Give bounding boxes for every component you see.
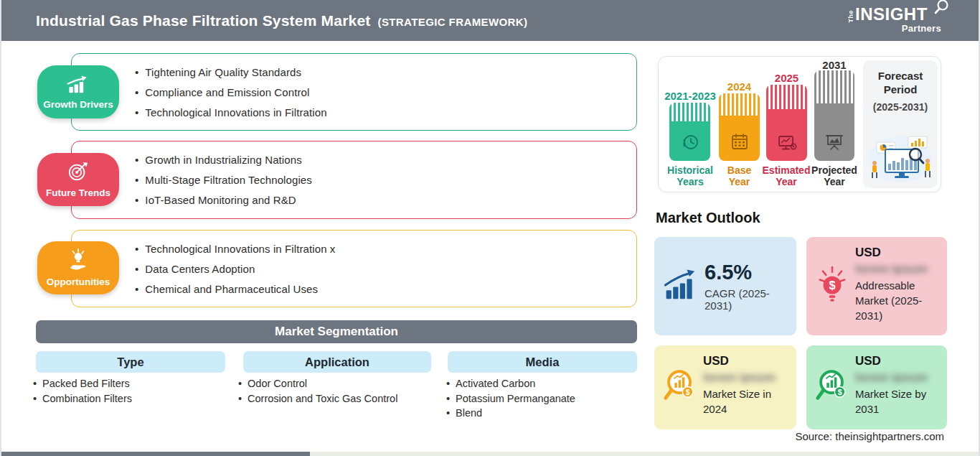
media-items: Activated Carbon Potassium Permanganate … (446, 376, 647, 421)
bar-stripes (766, 85, 807, 109)
bar-stripes (719, 93, 760, 116)
logo-the: The (848, 9, 854, 23)
list-item: Packed Bed Filters (33, 376, 234, 391)
column-label: Type (117, 355, 143, 369)
card-label: Market Size in 2024 (703, 386, 789, 417)
magnifier-chart-dollar-icon: $ (661, 367, 699, 417)
blurred-market-value: lorem ipsum (855, 262, 928, 276)
badge-label: Growth Drivers (43, 99, 113, 110)
bar-solid (766, 109, 807, 161)
bar-solid (814, 103, 854, 161)
segment-column-type: Type (36, 351, 225, 373)
infographic-root: Industrial Gas Phase Filtration System M… (0, 0, 980, 456)
forecast-title: Forecast Period (872, 69, 929, 96)
header: Industrial Gas Phase Filtration System M… (1, 0, 980, 41)
logo-partners: Partners (848, 23, 941, 34)
list-item: Combination Filters (33, 391, 234, 406)
column-label: Application (305, 355, 369, 369)
estimated-year-bar (766, 85, 807, 161)
list-item: Chemical and Pharmaceutical Uses (135, 283, 335, 295)
year-label: 2024 (719, 80, 760, 93)
year-label: 2021-2023 (659, 90, 722, 102)
segment-column-media: Media (448, 351, 637, 373)
bar-caption: Projected Year (809, 164, 859, 187)
svg-text:$: $ (838, 388, 842, 396)
badge-label: Opportunities (47, 276, 110, 287)
addressable-market-card: $ USD lorem ipsum Addressable Market (20… (806, 237, 947, 335)
svg-text:$: $ (686, 388, 690, 396)
year-label: 2031 (814, 59, 854, 71)
cagr-value: 6.5% (705, 261, 796, 284)
bar-stripes (814, 70, 854, 103)
bar-caption: Base Year (719, 164, 760, 187)
list-item: Corrosion and Toxic Gas Control (238, 391, 446, 406)
svg-text:$: $ (829, 279, 835, 292)
projection-screen-icon (824, 132, 844, 155)
list-item: Activated Carbon (446, 376, 647, 391)
opportunities-box: Technological Innovations in Filtration … (71, 230, 637, 307)
insight-partners-logo: The INSIGHT Partners (848, 6, 941, 34)
growth-drivers-box: Tightening Air Quality Standards Complia… (71, 53, 637, 131)
type-items: Packed Bed Filters Combination Filters (33, 376, 234, 406)
list-item: Growth in Industrializing Nations (135, 154, 312, 166)
growth-drivers-list: Tightening Air Quality Standards Complia… (135, 54, 327, 130)
footer-strip-light (310, 452, 980, 456)
market-outlook-title: Market Outlook (656, 210, 760, 226)
bar-caption: Historical Years (663, 164, 717, 187)
growth-chart-icon (65, 75, 91, 97)
base-year-bar (719, 93, 760, 161)
source-credit: Source: theinsightpartners.com (795, 430, 944, 442)
calendar-icon (730, 132, 750, 155)
magnifier-chart-dollar-icon: $ (814, 367, 851, 417)
list-item: Tightening Air Quality Standards (135, 66, 327, 78)
bar-stripes (669, 103, 710, 121)
currency-label: USD (703, 354, 789, 368)
list-item: Technological Innovations in Filtration … (135, 243, 335, 255)
year-label: 2025 (766, 72, 807, 84)
page-subtitle: (STRATEGIC FRAMEWORK) (377, 16, 527, 28)
opportunities-badge: Opportunities (37, 241, 119, 294)
footer-strip-dark (1, 452, 310, 456)
column-label: Media (526, 355, 560, 369)
list-item: Technological Innovations in Filtration (135, 106, 327, 118)
target-icon (67, 161, 90, 185)
page-title: Industrial Gas Phase Filtration System M… (36, 12, 370, 29)
forecast-range: (2025-2031) (863, 101, 938, 113)
cagr-growth-icon (664, 269, 698, 304)
currency-label: USD (855, 246, 940, 260)
bulb-hand-icon (66, 248, 90, 274)
projected-year-bar (814, 70, 854, 161)
estimate-analytics-icon (776, 132, 798, 155)
magnifier-icon (933, 0, 950, 19)
future-trends-badge: Future Trends (37, 153, 119, 206)
opportunities-list: Technological Innovations in Filtration … (135, 231, 335, 307)
bulb-dollar-icon: $ (816, 266, 848, 323)
list-item: Multi-Stage Filtration Technologies (135, 174, 312, 186)
logo-insight: INSIGHT (855, 6, 928, 23)
growth-drivers-badge: Growth Drivers (37, 65, 119, 118)
application-items: Odor Control Corrosion and Toxic Gas Con… (238, 376, 446, 406)
blurred-market-value: lorem ipsum (855, 371, 928, 385)
historical-years-bar (669, 103, 710, 161)
market-size-2031-card: $ USD lorem ipsum Market Size by 2031 (806, 345, 947, 429)
segmentation-title: Market Segmentation (275, 325, 398, 339)
market-segmentation-header: Market Segmentation (36, 320, 637, 343)
list-item: Odor Control (238, 376, 446, 391)
list-item: Blend (446, 406, 647, 421)
bar-caption: Estimated Year (761, 164, 811, 187)
currency-label: USD (855, 354, 940, 368)
forecast-illustration (865, 131, 936, 187)
card-label: Addressable Market (2025-2031) (855, 278, 940, 323)
list-item: IoT-Based Monitoring and R&D (135, 194, 312, 206)
future-trends-list: Growth in Industrializing Nations Multi-… (135, 141, 312, 218)
blurred-market-value: lorem ipsum (703, 371, 776, 385)
list-item: Potassium Permanganate (446, 391, 647, 406)
market-size-2024-card: $ USD lorem ipsum Market Size in 2024 (654, 345, 796, 429)
list-item: Compliance and Emission Control (135, 86, 327, 98)
bar-solid (719, 116, 760, 161)
card-label: Market Size by 2031 (855, 386, 940, 417)
cagr-card: 6.5% CAGR (2025-2031) (654, 237, 796, 335)
segment-column-application: Application (243, 351, 431, 373)
list-item: Data Centers Adoption (135, 263, 335, 275)
clock-history-icon (680, 132, 700, 155)
